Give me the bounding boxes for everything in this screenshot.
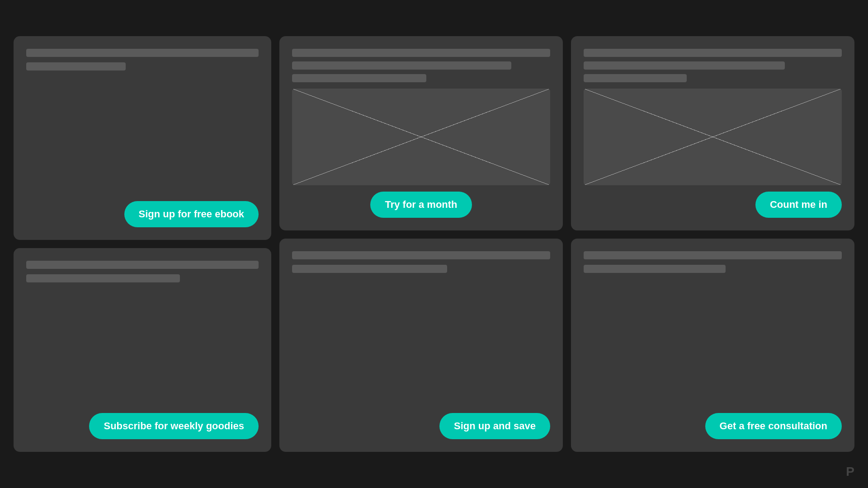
image-placeholder-count: [584, 89, 842, 185]
placeholder-bar-1: [26, 49, 259, 57]
subscribe-cta-button[interactable]: Subscribe for weekly goodies: [89, 413, 259, 439]
placeholder-bar-11: [292, 251, 550, 259]
card-count-me-in: Count me in: [571, 36, 854, 230]
card-trial: Try for a month: [279, 36, 563, 230]
card-subscribe: Subscribe for weekly goodies: [14, 248, 271, 452]
placeholder-bar-6: [292, 61, 511, 70]
count-me-in-cta-button[interactable]: Count me in: [755, 192, 842, 218]
placeholder-bar-10: [584, 74, 687, 82]
placeholder-bar-5: [292, 49, 550, 57]
placeholder-bar-7: [292, 74, 426, 82]
placeholder-bar-13: [584, 251, 842, 259]
placeholder-bar-3: [26, 261, 259, 269]
placeholder-bar-12: [292, 265, 447, 273]
consultation-cta-button[interactable]: Get a free consultation: [705, 413, 842, 439]
placeholder-bar-9: [584, 61, 785, 70]
placeholder-bar-14: [584, 265, 726, 273]
placeholder-bar-4: [26, 274, 180, 282]
card-consultation: Get a free consultation: [571, 239, 854, 452]
ebook-cta-button[interactable]: Sign up for free ebook: [124, 201, 259, 227]
placeholder-bar-2: [26, 62, 126, 70]
card-ebook: Sign up for free ebook: [14, 36, 271, 240]
brand-watermark: P: [846, 465, 854, 479]
image-placeholder-trial: [292, 89, 550, 185]
sign-up-save-cta-button[interactable]: Sign up and save: [439, 413, 550, 439]
placeholder-bar-8: [584, 49, 842, 57]
trial-cta-button[interactable]: Try for a month: [370, 192, 472, 218]
card-sign-up-save: Sign up and save: [279, 239, 563, 452]
